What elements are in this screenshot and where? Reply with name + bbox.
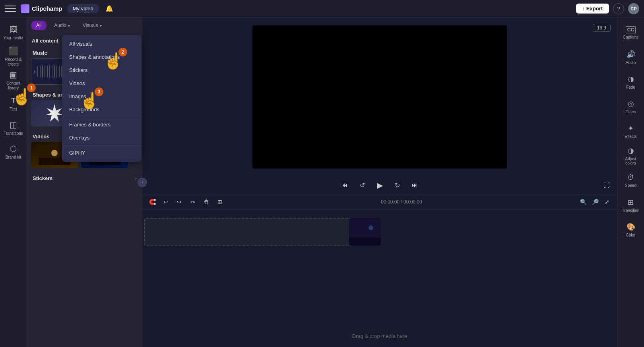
fit-button[interactable]: ⤢ <box>602 197 612 207</box>
dropdown-item-backgrounds[interactable]: Backgrounds <box>62 103 142 116</box>
zoom-in-button[interactable]: 🔎 <box>590 197 600 207</box>
dropdown-divider <box>62 117 142 117</box>
timeline-track <box>142 218 617 250</box>
video-canvas <box>252 25 507 169</box>
color-icon: 🎨 <box>627 223 635 231</box>
audio-chevron-icon: ▾ <box>68 23 70 28</box>
speed-panel-item[interactable]: ⏱ Speed <box>617 169 644 192</box>
stickers-section-header[interactable]: Stickers › <box>31 171 138 184</box>
dropdown-divider-2 <box>62 145 142 145</box>
topbar-right: ↑ Export ? CP <box>576 3 639 14</box>
captions-panel-item[interactable]: CC Captions <box>617 21 644 45</box>
fade-panel-item[interactable]: ◑ Fade <box>617 70 644 94</box>
dropdown-item-images[interactable]: Images <box>62 90 142 103</box>
color-label: Color <box>626 233 636 237</box>
fullscreen-button[interactable]: ⛶ <box>601 180 612 191</box>
brand-kit-icon: ⬡ <box>10 144 17 153</box>
rewind-button[interactable]: ↺ <box>357 180 368 191</box>
adjust-colors-icon: ◑ <box>628 146 634 155</box>
sidebar-label-your-media: Your media <box>3 36 23 41</box>
help-button[interactable]: ? <box>613 3 624 14</box>
avatar[interactable]: CP <box>628 3 639 14</box>
color-panel-item[interactable]: 🎨 Color <box>617 218 644 242</box>
sidebar-item-brand-kit[interactable]: ⬡ Brand kit <box>0 140 27 164</box>
timeline-area: Drag & drop media here <box>142 210 617 347</box>
filters-icon: ◎ <box>628 99 634 108</box>
delete-button[interactable]: 🗑 <box>201 197 211 207</box>
stickers-section-title: Stickers <box>33 175 53 181</box>
timecode-display: 00:00:00 / 00:00:00 <box>381 199 422 205</box>
timeline-clip-background[interactable] <box>144 218 378 246</box>
captions-label: Captions <box>623 35 638 39</box>
dropdown-item-stickers[interactable]: Stickers <box>62 64 142 77</box>
visuals-tab-label: Visuals <box>83 23 98 28</box>
magnet-button[interactable]: 🧲 <box>147 197 157 207</box>
aspect-ratio-badge[interactable]: 16:9 <box>593 24 611 32</box>
sidebar-item-transitions[interactable]: ◫ Transitions <box>0 116 27 140</box>
filter-tabs: All Audio ▾ Visuals ▾ <box>27 17 142 34</box>
fade-icon: ◑ <box>628 75 634 83</box>
dropdown-item-frames[interactable]: Frames & borders <box>62 118 142 131</box>
sidebar-label-brand-kit: Brand kit <box>6 155 21 160</box>
filter-tab-audio[interactable]: Audio ▾ <box>49 21 75 30</box>
player-controls: ⏮ ↺ ▶ ↻ ⏭ ⛶ <box>142 176 617 194</box>
sidebar-label-content-library: Content library <box>6 81 20 91</box>
captions-icon: CC <box>626 26 636 33</box>
audio-panel-item[interactable]: 🔊 Audio <box>617 45 644 69</box>
skip-forward-button[interactable]: ⏭ <box>409 180 420 191</box>
sidebar-item-text[interactable]: T Text <box>0 92 27 116</box>
skip-back-button[interactable]: ⏮ <box>339 180 350 191</box>
sidebar-label-transitions: Transitions <box>4 131 23 136</box>
logo-text: Clipchamp <box>32 5 62 12</box>
dropdown-item-videos[interactable]: Videos <box>62 77 142 90</box>
effects-panel-item[interactable]: ✦ Effects <box>617 119 644 143</box>
sidebar-label-record: Record & create <box>5 57 22 67</box>
panel-collapse-button[interactable]: ‹ <box>138 178 147 187</box>
dropdown-item-shapes[interactable]: Shapes & annotations <box>62 50 142 64</box>
timeline-clip-thumbnail[interactable] <box>349 218 381 246</box>
topbar: Clipchamp My video 🔔 ↑ Export ? CP <box>0 0 644 17</box>
menu-icon[interactable] <box>5 3 16 14</box>
dropdown-item-giphy[interactable]: GIPHY <box>62 146 142 159</box>
clip-preview-svg <box>349 218 381 246</box>
record-icon: ⬛ <box>8 46 18 56</box>
play-button[interactable]: ▶ <box>374 180 385 191</box>
cut-button[interactable]: ✂ <box>188 197 198 207</box>
filter-tab-visuals[interactable]: Visuals ▾ <box>78 21 107 30</box>
dropdown-item-all-visuals[interactable]: All visuals <box>62 37 142 50</box>
adjust-colors-panel-item[interactable]: ◑ Adjust colors <box>617 144 644 168</box>
svg-point-10 <box>369 225 373 230</box>
filter-tab-all[interactable]: All <box>31 21 47 30</box>
sidebar-label-text: Text <box>10 107 17 112</box>
effects-label: Effects <box>625 134 636 139</box>
dropdown-item-overlays[interactable]: Overlays <box>62 131 142 144</box>
filters-panel-item[interactable]: ◎ Filters <box>617 95 644 118</box>
zoom-controls: 🔍 🔎 ⤢ <box>578 197 612 207</box>
videos-section-title: Videos <box>33 134 49 140</box>
filters-label: Filters <box>625 110 636 114</box>
sidebar: 🖼 Your media ⬛ Record & create ▣ Content… <box>0 17 27 347</box>
text-icon: T <box>11 97 16 105</box>
svg-marker-0 <box>45 104 64 122</box>
adjust-colors-label: Adjust colors <box>625 157 636 165</box>
visuals-chevron-icon: ▾ <box>100 23 102 28</box>
speed-icon: ⏱ <box>627 173 634 182</box>
notification-icon[interactable]: 🔔 <box>104 3 115 14</box>
sidebar-item-your-media[interactable]: 🖼 Your media <box>0 21 27 45</box>
forward-button[interactable]: ↻ <box>392 180 403 191</box>
transition-label: Transition <box>622 208 640 213</box>
export-button[interactable]: ↑ Export <box>576 4 609 14</box>
svg-rect-9 <box>349 238 381 246</box>
preview-area: 16:9 ⏮ ↺ ▶ ↻ ⏭ ⛶ 🧲 ↩ ↪ ✂ 🗑 ⊞ 00:00:00 / … <box>142 17 617 347</box>
duplicate-button[interactable]: ⊞ <box>215 197 225 207</box>
transitions-icon: ◫ <box>10 120 17 130</box>
canvas-section: 16:9 <box>142 17 617 176</box>
sidebar-item-record[interactable]: ⬛ Record & create <box>0 45 27 68</box>
undo-button[interactable]: ↩ <box>161 197 171 207</box>
visuals-dropdown: All visuals Shapes & annotations Sticker… <box>62 35 142 162</box>
sidebar-item-content-library[interactable]: ▣ Content library <box>0 68 27 92</box>
redo-button[interactable]: ↪ <box>174 197 184 207</box>
zoom-out-button[interactable]: 🔍 <box>578 197 588 207</box>
transition-panel-item[interactable]: ⊞ Transition <box>617 193 644 217</box>
project-tab[interactable]: My video <box>67 4 99 13</box>
